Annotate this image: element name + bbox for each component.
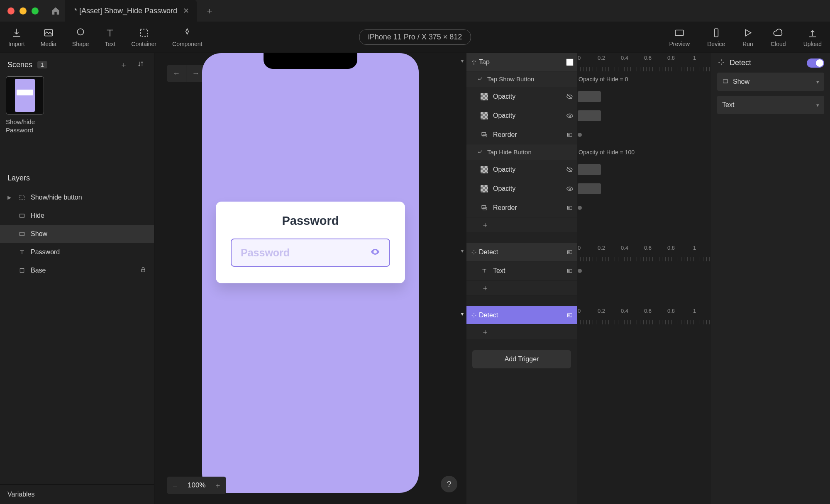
opacity-icon (481, 166, 488, 173)
cloud-button[interactable]: Cloud (771, 27, 786, 47)
track-row[interactable]: Reorder (466, 125, 577, 144)
shape-button[interactable]: Shape (72, 27, 89, 47)
scenes-count: 1 (37, 61, 47, 68)
eye-off-icon[interactable] (563, 166, 577, 173)
svg-point-10 (374, 251, 376, 253)
enable-toggle[interactable] (807, 58, 824, 68)
timeline-segment[interactable] (577, 179, 711, 198)
layer-target-icon[interactable] (563, 249, 577, 256)
chevron-right-icon[interactable]: ▶ (7, 195, 13, 200)
svg-rect-8 (20, 268, 24, 272)
svg-rect-16 (569, 134, 570, 136)
device-button[interactable]: Device (707, 27, 725, 47)
property-select[interactable]: Text ▾ (717, 96, 824, 114)
layer-target-icon[interactable] (563, 312, 577, 319)
svg-rect-7 (20, 232, 24, 236)
collapse-icon[interactable]: ▼ (460, 311, 465, 317)
add-scene-button[interactable]: ＋ (117, 59, 130, 71)
text-button[interactable]: Text (105, 27, 115, 47)
timeline-keyframe[interactable] (577, 125, 711, 144)
add-action-button[interactable]: ＋ (466, 280, 577, 295)
layer-row[interactable]: Password (0, 243, 154, 261)
upload-button[interactable]: Upload (803, 27, 822, 47)
zoom-in-button[interactable]: ＋ (210, 480, 226, 490)
layer-target-icon[interactable] (563, 205, 577, 211)
reorder-icon (480, 130, 489, 139)
opacity-icon (481, 185, 488, 192)
track-row[interactable]: Opacity (466, 179, 577, 198)
eye-icon[interactable] (563, 112, 577, 119)
help-button[interactable]: ? (441, 476, 457, 492)
timeline-segment[interactable] (577, 106, 711, 125)
track-row[interactable]: Reorder (466, 198, 577, 217)
track-row[interactable]: Opacity (466, 160, 577, 179)
response-header[interactable]: Tap Show Button (466, 71, 577, 87)
timeline-keyframe[interactable] (577, 261, 711, 280)
lock-icon[interactable] (140, 266, 146, 275)
eye-icon[interactable] (370, 247, 380, 259)
track-row[interactable]: Text (466, 261, 577, 280)
traffic-lights (0, 7, 46, 15)
password-input[interactable]: Password (231, 239, 390, 267)
add-tab-button[interactable]: ＋ (197, 5, 222, 17)
back-button[interactable]: ← (167, 65, 186, 82)
sort-scenes-button[interactable] (135, 60, 146, 70)
track-row[interactable]: Opacity (466, 106, 577, 125)
target-select[interactable]: Show ▾ (717, 73, 824, 91)
timeline-segment[interactable] (577, 87, 711, 106)
placeholder-text: Password (241, 247, 370, 259)
track-row[interactable]: Opacity (466, 87, 577, 106)
zoom-out-button[interactable]: – (167, 481, 183, 490)
layer-row[interactable]: Base (0, 261, 154, 280)
eye-off-icon[interactable] (563, 93, 577, 100)
svg-rect-14 (483, 134, 487, 137)
inspector-panel: Detect Show ▾ Text ▾ (711, 53, 830, 504)
window-maximize[interactable] (32, 7, 39, 15)
status-text: Opacity of Hide = 0 (577, 71, 711, 87)
color-swatch[interactable] (566, 58, 574, 66)
container-button[interactable]: Container (131, 27, 156, 47)
trigger-header-detect-selected[interactable]: Detect (466, 306, 577, 324)
canvas[interactable]: ← → Password Password (154, 53, 466, 504)
window-close[interactable] (7, 7, 15, 15)
response-header[interactable]: Tap Hide Button (466, 144, 577, 160)
document-tab[interactable]: * [Asset] Show_Hide Password ✕ (65, 0, 197, 22)
timeline-segment[interactable] (577, 160, 711, 179)
svg-point-1 (77, 29, 83, 35)
layer-row[interactable]: Hide (0, 207, 154, 225)
add-trigger-button[interactable]: Add Trigger (472, 350, 571, 368)
home-button[interactable] (46, 6, 65, 15)
media-button[interactable]: Media (41, 27, 56, 47)
eye-icon[interactable] (563, 185, 577, 192)
svg-rect-28 (569, 314, 570, 316)
layers-header: Layers (0, 168, 154, 188)
component-button[interactable]: Component (172, 27, 202, 47)
scene-thumb[interactable]: Show/hide Password (6, 76, 46, 134)
layer-row[interactable]: ▶ Show/hide button (0, 188, 154, 207)
text-icon (480, 266, 489, 275)
device-selector[interactable]: iPhone 11 Pro / X 375 × 812 (359, 29, 471, 45)
collapse-icon[interactable]: ▼ (460, 58, 465, 64)
status-text: Opacity of Hide = 100 (577, 144, 711, 160)
opacity-icon (481, 112, 488, 119)
import-button[interactable]: Import (8, 27, 25, 47)
close-icon[interactable]: ✕ (183, 6, 189, 15)
layer-target-icon[interactable] (563, 268, 577, 274)
variables-header[interactable]: Variables (0, 484, 154, 504)
trigger-header-detect[interactable]: Detect (466, 243, 577, 261)
window-minimize[interactable] (20, 7, 27, 15)
add-action-button[interactable]: ＋ (466, 217, 577, 232)
svg-rect-21 (568, 206, 572, 209)
run-button[interactable]: Run (742, 27, 753, 47)
detect-icon (469, 249, 479, 256)
svg-point-18 (569, 188, 571, 190)
collapse-icon[interactable]: ▼ (460, 248, 465, 254)
layer-row[interactable]: Show (0, 225, 154, 243)
layer-target-icon[interactable] (563, 131, 577, 138)
trigger-header-tap[interactable]: Tap (466, 53, 577, 71)
left-panel: Scenes 1 ＋ Show/hide Password Layers (0, 53, 154, 504)
add-action-button[interactable]: ＋ (466, 324, 577, 339)
preview-button[interactable]: Preview (669, 27, 690, 47)
timeline-keyframe[interactable] (577, 198, 711, 217)
triggers-panel: ▼ Tap Tap Show Button Opacity (466, 53, 577, 504)
